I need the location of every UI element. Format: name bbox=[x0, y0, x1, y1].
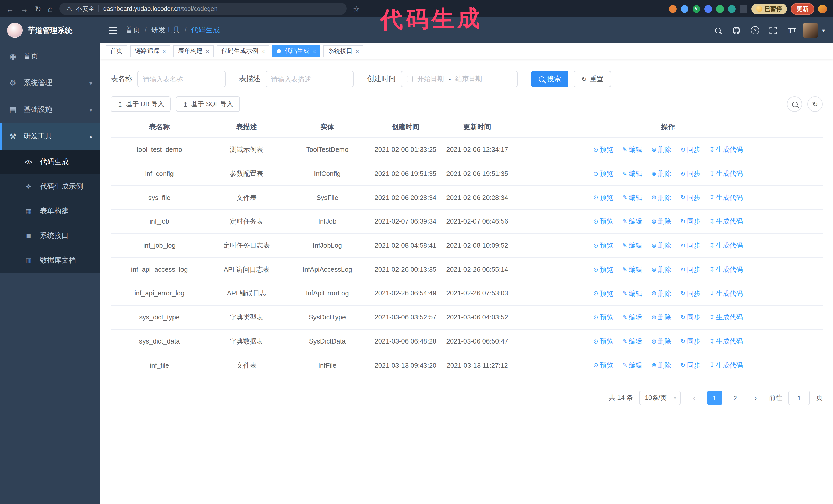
preview-link[interactable]: ⊙预览 bbox=[593, 168, 613, 179]
tab-close-icon[interactable]: × bbox=[261, 48, 265, 54]
import-sql-button[interactable]: ↥ 基于 SQL 导入 bbox=[176, 96, 240, 112]
generate-code-link[interactable]: ↧生成代码 bbox=[710, 264, 743, 275]
edit-link[interactable]: ✎编辑 bbox=[622, 240, 642, 251]
edit-link[interactable]: ✎编辑 bbox=[622, 312, 642, 323]
sync-link[interactable]: ↻同步 bbox=[680, 288, 700, 299]
paused-badge[interactable]: 已暂停 bbox=[751, 3, 787, 14]
page-size-select[interactable]: 10条/页 ▾ bbox=[639, 391, 681, 405]
sync-link[interactable]: ↻同步 bbox=[680, 192, 700, 203]
extension-icon-5[interactable] bbox=[716, 5, 723, 13]
preview-link[interactable]: ⊙预览 bbox=[593, 240, 613, 251]
avatar-caret-icon[interactable]: ▾ bbox=[822, 27, 825, 33]
edit-link[interactable]: ✎编辑 bbox=[622, 144, 642, 155]
delete-link[interactable]: ⊗删除 bbox=[651, 144, 671, 155]
sync-link[interactable]: ↻同步 bbox=[680, 264, 700, 275]
table-name-input[interactable] bbox=[137, 71, 225, 87]
generate-code-link[interactable]: ↧生成代码 bbox=[710, 312, 743, 323]
tab-form-builder[interactable]: 表单构建 × bbox=[173, 45, 214, 57]
breadcrumb-dev-tools[interactable]: 研发工具 bbox=[140, 26, 180, 35]
edit-link[interactable]: ✎编辑 bbox=[622, 288, 642, 299]
update-button[interactable]: 更新 bbox=[791, 3, 814, 15]
generate-code-link[interactable]: ↧生成代码 bbox=[710, 336, 743, 347]
edit-link[interactable]: ✎编辑 bbox=[622, 168, 642, 179]
sync-link[interactable]: ↻同步 bbox=[680, 144, 700, 155]
sidebar-item-system-api[interactable]: ≣ 系统接口 bbox=[0, 223, 100, 248]
generate-code-link[interactable]: ↧生成代码 bbox=[710, 360, 743, 371]
sync-link[interactable]: ↻同步 bbox=[680, 216, 700, 227]
generate-code-link[interactable]: ↧生成代码 bbox=[710, 288, 743, 299]
tab-close-icon[interactable]: × bbox=[206, 48, 209, 54]
github-icon[interactable] bbox=[729, 23, 744, 38]
prev-page-button[interactable]: ‹ bbox=[687, 391, 701, 405]
toggle-search-button[interactable] bbox=[787, 96, 802, 112]
delete-link[interactable]: ⊗删除 bbox=[651, 288, 671, 299]
search-button[interactable]: 搜索 bbox=[531, 71, 569, 87]
sidebar-item-form-builder[interactable]: ▦ 表单构建 bbox=[0, 199, 100, 223]
sidebar-item-dev-tools[interactable]: ⚒ 研发工具 ▴ bbox=[0, 123, 100, 150]
sync-link[interactable]: ↻同步 bbox=[680, 360, 700, 371]
edit-link[interactable]: ✎编辑 bbox=[622, 360, 642, 371]
preview-link[interactable]: ⊙预览 bbox=[593, 144, 613, 155]
generate-code-link[interactable]: ↧生成代码 bbox=[710, 240, 743, 251]
breadcrumb-home[interactable]: 首页 bbox=[125, 26, 140, 35]
sidebar-item-codegen-example[interactable]: ❖ 代码生成示例 bbox=[0, 174, 100, 199]
sidebar-item-db-docs[interactable]: ▥ 数据库文档 bbox=[0, 248, 100, 273]
extension-icon-6[interactable] bbox=[728, 5, 735, 13]
generate-code-link[interactable]: ↧生成代码 bbox=[710, 192, 743, 203]
delete-link[interactable]: ⊗删除 bbox=[651, 168, 671, 179]
page-button-1[interactable]: 1 bbox=[708, 391, 722, 405]
preview-link[interactable]: ⊙预览 bbox=[593, 216, 613, 227]
forward-icon[interactable]: → bbox=[21, 5, 28, 13]
app-logo[interactable]: 芋道管理系统 bbox=[0, 18, 100, 43]
home-icon[interactable]: ⌂ bbox=[48, 5, 52, 13]
bookmark-star-icon[interactable]: ☆ bbox=[353, 5, 360, 13]
extension-icon-1[interactable] bbox=[669, 5, 676, 13]
preview-link[interactable]: ⊙预览 bbox=[593, 288, 613, 299]
goto-page-input[interactable] bbox=[788, 391, 810, 405]
generate-code-link[interactable]: ↧生成代码 bbox=[710, 168, 743, 179]
address-bar[interactable]: ⚠ 不安全 dashboard.yudao.iocoder.cn/tool/co… bbox=[59, 3, 346, 15]
preview-link[interactable]: ⊙预览 bbox=[593, 312, 613, 323]
sync-link[interactable]: ↻同步 bbox=[680, 240, 700, 251]
tab-close-icon[interactable]: × bbox=[312, 48, 316, 54]
refresh-table-button[interactable]: ↻ bbox=[807, 96, 823, 112]
extension-icon-4[interactable] bbox=[704, 5, 712, 13]
sidebar-item-infrastructure[interactable]: ▤ 基础设施 ▾ bbox=[0, 96, 100, 123]
table-desc-input[interactable] bbox=[265, 71, 354, 87]
edit-link[interactable]: ✎编辑 bbox=[622, 216, 642, 227]
delete-link[interactable]: ⊗删除 bbox=[651, 240, 671, 251]
back-icon[interactable]: ← bbox=[6, 5, 14, 13]
extension-icon-3[interactable]: V bbox=[692, 5, 700, 13]
delete-link[interactable]: ⊗删除 bbox=[651, 336, 671, 347]
next-page-button[interactable]: › bbox=[748, 391, 763, 405]
sync-link[interactable]: ↻同步 bbox=[680, 168, 700, 179]
edit-link[interactable]: ✎编辑 bbox=[622, 336, 642, 347]
hamburger-menu-icon[interactable] bbox=[109, 27, 117, 33]
sidebar-item-home[interactable]: ◉ 首页 bbox=[0, 43, 100, 70]
fullscreen-icon[interactable] bbox=[766, 23, 781, 38]
sidebar-item-system-management[interactable]: ⚙ 系统管理 ▾ bbox=[0, 70, 100, 96]
reset-button[interactable]: ↻ 重置 bbox=[574, 71, 611, 87]
edit-link[interactable]: ✎编辑 bbox=[622, 192, 642, 203]
tab-trace[interactable]: 链路追踪 × bbox=[130, 45, 170, 57]
page-button-2[interactable]: 2 bbox=[728, 391, 742, 405]
font-size-icon[interactable]: TT bbox=[784, 23, 800, 38]
import-db-button[interactable]: ↥ 基于 DB 导入 bbox=[111, 96, 171, 112]
tab-close-icon[interactable]: × bbox=[163, 48, 166, 54]
preview-link[interactable]: ⊙预览 bbox=[593, 264, 613, 275]
preview-link[interactable]: ⊙预览 bbox=[593, 336, 613, 347]
user-avatar[interactable] bbox=[803, 23, 818, 38]
puzzle-extensions-icon[interactable] bbox=[739, 5, 747, 13]
preview-link[interactable]: ⊙预览 bbox=[593, 360, 613, 371]
tab-codegen-example[interactable]: 代码生成示例 × bbox=[217, 45, 269, 57]
sync-link[interactable]: ↻同步 bbox=[680, 312, 700, 323]
preview-link[interactable]: ⊙预览 bbox=[593, 192, 613, 203]
reload-icon[interactable]: ↻ bbox=[35, 5, 41, 13]
delete-link[interactable]: ⊗删除 bbox=[651, 360, 671, 371]
generate-code-link[interactable]: ↧生成代码 bbox=[710, 144, 743, 155]
delete-link[interactable]: ⊗删除 bbox=[651, 264, 671, 275]
tab-system-api[interactable]: 系统接口 × bbox=[324, 45, 364, 57]
tab-codegen-active[interactable]: 代码生成 × bbox=[272, 45, 320, 57]
delete-link[interactable]: ⊗删除 bbox=[651, 216, 671, 227]
date-range-picker[interactable]: 开始日期 - 结束日期 bbox=[401, 71, 518, 87]
